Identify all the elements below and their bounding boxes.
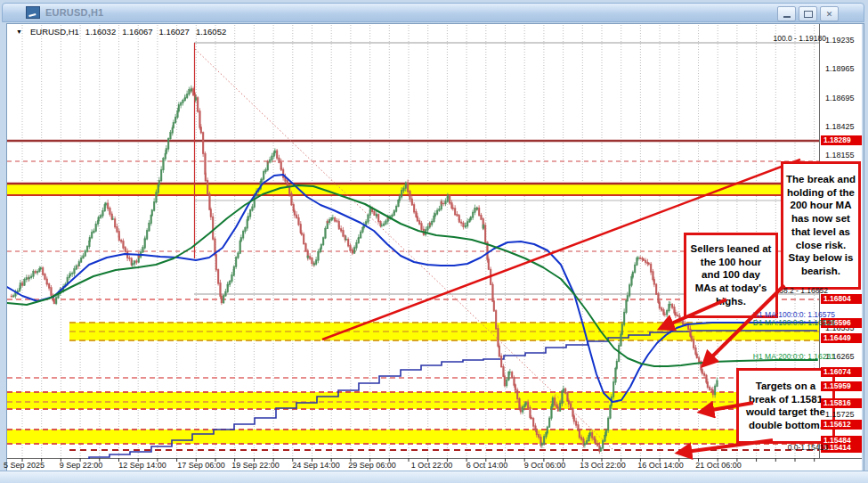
quote-open: 1.16032 (85, 27, 116, 37)
chart-window-icon (26, 6, 40, 19)
chevron-down-icon[interactable]: ▼ (16, 29, 22, 35)
symbol-label: EURUSD,H1 (30, 27, 79, 37)
window-titlebar[interactable]: EURUSD,H1 ✕ (2, 3, 864, 22)
symbol-quote-header: ▼ EURUSD,H1 1.16032 1.16067 1.16027 1.16… (16, 27, 226, 37)
annotation-box-200ma[interactable]: The break and holding of the 200 hour MA… (781, 161, 861, 290)
quote-close: 1.16052 (196, 27, 226, 37)
minimize-button[interactable] (777, 6, 796, 21)
annotation-box-sellers[interactable]: Sellers leaned at the 100 hour and 100 d… (684, 233, 778, 318)
quote-low: 1.16027 (159, 27, 190, 37)
annotation-box-targets[interactable]: Targets on a break of 1.1581 would targe… (736, 368, 835, 444)
window-title: EURUSD,H1 (45, 7, 103, 18)
close-button[interactable]: ✕ (820, 6, 839, 21)
restore-button[interactable] (799, 6, 817, 21)
quote-high: 1.16067 (122, 27, 152, 37)
metatrader-chart-window: { "window": {"title": "EURUSD,H1"}, "hea… (0, 0, 868, 483)
status-bar (0, 471, 868, 483)
time-axis[interactable] (7, 458, 862, 471)
